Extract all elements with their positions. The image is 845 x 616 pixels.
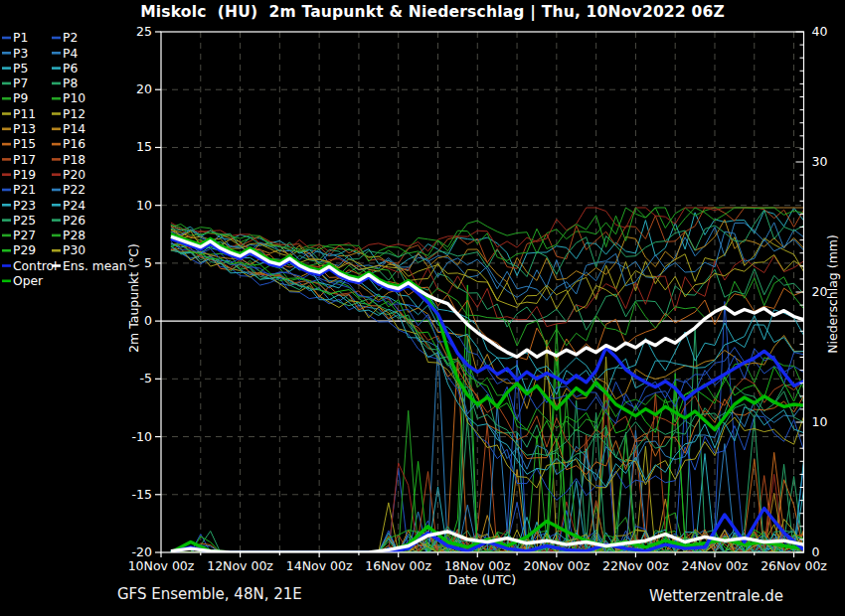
legend-label: P29	[13, 243, 36, 257]
legend-label: P19	[13, 168, 36, 182]
legend-label: P25	[13, 214, 36, 228]
member-precip-lines	[171, 285, 804, 552]
x-tick-label: 20Nov 00z	[523, 558, 590, 573]
member-precip-line	[171, 285, 804, 552]
legend-label: P27	[13, 229, 36, 242]
x-tick-label: 16Nov 00z	[365, 558, 431, 573]
y-left-tick-label: 10	[136, 198, 152, 213]
legend-label: P1	[13, 31, 28, 45]
legend-label: P3	[13, 47, 28, 61]
x-tick-label: 10Nov 00z	[128, 558, 195, 573]
axis-ticks	[155, 32, 804, 557]
legend-label: P14	[63, 122, 85, 136]
x-tick-label: 24Nov 00z	[682, 558, 749, 573]
legend-label: P16	[63, 137, 85, 151]
data-lines	[171, 208, 804, 552]
legend-label: P7	[13, 77, 28, 90]
member-precip-line	[171, 324, 804, 552]
x-tick-label: 12Nov 00z	[207, 558, 273, 573]
y-left-tick-label: 25	[136, 24, 152, 39]
y-right-tick-label: 40	[812, 24, 828, 39]
member-precip-line	[171, 329, 804, 552]
member-dewpoint-line	[171, 235, 804, 362]
legend-label: P13	[13, 122, 36, 136]
x-tick-label: 18Nov 00z	[444, 558, 511, 573]
member-precip-line	[171, 418, 804, 552]
legend-label: P10	[63, 91, 85, 105]
x-tick-label: 14Nov 00z	[286, 558, 353, 573]
legend-label: P2	[63, 31, 78, 45]
legend-label: P5	[13, 62, 28, 76]
member-dewpoint-line	[171, 249, 804, 500]
legend-label: P18	[63, 153, 85, 167]
y-left-tick-label: 0	[144, 313, 152, 328]
member-dewpoint-line	[171, 208, 804, 261]
legend-label: P23	[13, 199, 36, 213]
legend-label: P9	[13, 91, 28, 105]
meteogram-page: { "title": "Miskolc (HU) 2m Taupunkt & N…	[0, 0, 845, 616]
y-left-tick-label: -15	[132, 487, 152, 502]
footer-brand: Wetterzentrale.de	[649, 587, 783, 605]
legend-label: P15	[13, 137, 36, 151]
y-right-tick-label: 0	[812, 544, 820, 559]
legend-label: P21	[13, 183, 36, 197]
legend-label: P28	[63, 229, 85, 242]
legend-label: P30	[63, 243, 85, 257]
y-right-tick-label: 10	[812, 414, 828, 429]
legend-label: Oper	[13, 274, 44, 288]
legend-label: P20	[63, 168, 85, 182]
legend-label: P26	[63, 214, 85, 228]
legend-label: P17	[13, 153, 36, 167]
y-left-tick-label: -5	[140, 371, 152, 385]
member-dewpoint-lines	[171, 208, 804, 500]
y-left-tick-label: -20	[132, 544, 152, 559]
member-precip-line	[171, 392, 804, 552]
legend-label: Ens. mean	[63, 259, 127, 273]
y-right-tick-label: 30	[812, 154, 828, 169]
legend-label: P24	[63, 199, 85, 213]
y-left-tick-label: 20	[136, 81, 152, 96]
legend-label: P12	[63, 107, 85, 121]
x-tick-label: 22Nov 00z	[602, 558, 669, 573]
y-left-tick-label: -10	[132, 429, 152, 444]
x-axis-title: Date (UTC)	[448, 572, 516, 587]
legend-label: P6	[63, 62, 78, 76]
legend-label: P22	[63, 183, 85, 197]
footer-model-info: GFS Ensemble, 48N, 21E	[117, 585, 302, 603]
legend-label: Control	[13, 259, 57, 273]
legend-label: P8	[63, 77, 78, 90]
member-dewpoint-line	[171, 244, 804, 452]
y-left-axis-title: 2m Taupunkt (°C)	[126, 243, 141, 353]
y-left-tick-label: 15	[136, 139, 152, 154]
y-left-tick-label: 5	[144, 255, 152, 270]
y-right-axis-title: Niederschlag (mm)	[825, 234, 840, 354]
legend: P1P2P3P4P5P6P7P8P9P10P11P12P13P14P15P16P…	[2, 31, 127, 288]
legend-label: P4	[63, 47, 78, 61]
x-tick-label: 26Nov 00z	[760, 558, 827, 573]
legend-label: P11	[13, 107, 36, 121]
member-precip-line	[171, 340, 804, 552]
